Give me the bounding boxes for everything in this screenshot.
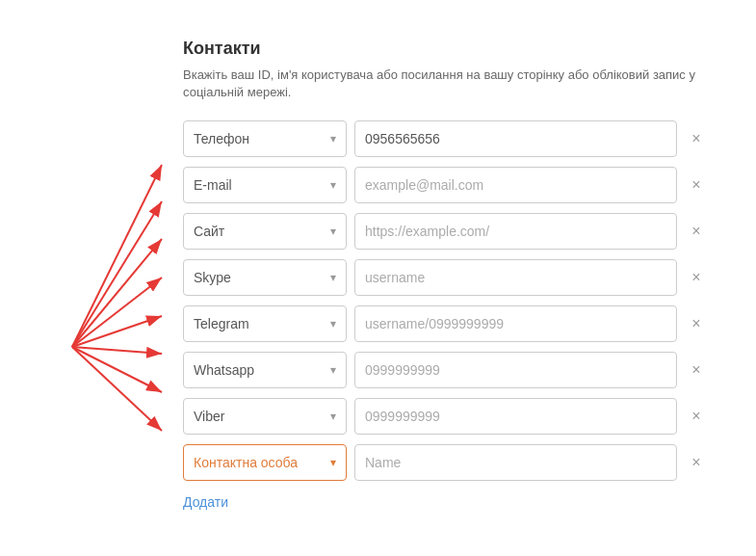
page-wrapper: Контакти Вкажіть ваш ID, ім'я користувач… xyxy=(19,19,737,556)
contact-type-select[interactable]: Телефон▾ xyxy=(183,120,347,157)
contact-row: Телефон▾× xyxy=(183,120,708,157)
contact-value-input[interactable] xyxy=(354,352,677,388)
contacts-container: Телефон▾×E-mail▾×Сайт▾×Skype▾×Telegram▾×… xyxy=(183,120,708,481)
contact-value-input[interactable] xyxy=(354,259,677,296)
section-desc: Вкажіть ваш ID, ім'я користувача або пос… xyxy=(183,66,708,101)
contact-value-input[interactable] xyxy=(354,213,677,250)
contact-row: Skype▾× xyxy=(183,259,708,296)
contact-row: E-mail▾× xyxy=(183,167,708,203)
contact-type-label: Телефон xyxy=(194,131,249,146)
contact-row: Сайт▾× xyxy=(183,213,708,250)
contact-value-input[interactable] xyxy=(354,444,677,481)
remove-contact-button[interactable]: × xyxy=(685,451,708,474)
chevron-down-icon: ▾ xyxy=(330,410,336,423)
chevron-down-icon: ▾ xyxy=(330,225,336,238)
contact-type-label: Skype xyxy=(194,270,231,285)
contact-type-select[interactable]: Сайт▾ xyxy=(183,213,347,250)
contact-type-label: Telegram xyxy=(194,316,249,331)
contact-row: Контактна особа▾× xyxy=(183,444,708,481)
contact-row: Viber▾× xyxy=(183,398,708,435)
remove-contact-button[interactable]: × xyxy=(685,220,708,243)
add-link[interactable]: Додати xyxy=(183,494,228,510)
contact-type-label: E-mail xyxy=(194,177,232,193)
contact-type-label: Контактна особа xyxy=(194,455,298,470)
remove-contact-button[interactable]: × xyxy=(685,173,708,197)
section-title: Контакти xyxy=(183,39,708,59)
remove-contact-button[interactable]: × xyxy=(685,266,708,289)
contact-type-select[interactable]: Whatsapp▾ xyxy=(183,352,347,388)
contact-row: Whatsapp▾× xyxy=(183,352,708,388)
chevron-down-icon: ▾ xyxy=(330,317,336,331)
svg-line-7 xyxy=(72,347,162,392)
svg-line-2 xyxy=(72,201,162,347)
contact-type-select[interactable]: E-mail▾ xyxy=(183,167,347,203)
chevron-down-icon: ▾ xyxy=(330,363,336,377)
contact-type-label: Whatsapp xyxy=(194,362,254,378)
contact-type-select[interactable]: Контактна особа▾ xyxy=(183,444,347,481)
remove-contact-button[interactable]: × xyxy=(685,312,708,335)
chevron-down-icon: ▾ xyxy=(330,271,336,284)
remove-contact-button[interactable]: × xyxy=(685,127,708,150)
contact-type-select[interactable]: Skype▾ xyxy=(183,259,347,296)
remove-contact-button[interactable]: × xyxy=(685,405,708,428)
chevron-down-icon: ▾ xyxy=(330,456,336,469)
arrows-svg xyxy=(19,19,173,556)
contact-type-label: Viber xyxy=(194,409,224,424)
contact-value-input[interactable] xyxy=(354,398,677,435)
contact-value-input[interactable] xyxy=(354,120,677,157)
contact-value-input[interactable] xyxy=(354,305,677,342)
svg-line-8 xyxy=(72,347,162,431)
arrows-area xyxy=(19,19,173,556)
svg-line-4 xyxy=(72,278,162,347)
contact-row: Telegram▾× xyxy=(183,305,708,342)
contact-type-label: Сайт xyxy=(194,224,224,239)
contact-type-select[interactable]: Viber▾ xyxy=(183,398,347,435)
chevron-down-icon: ▾ xyxy=(330,132,336,146)
chevron-down-icon: ▾ xyxy=(330,178,336,192)
content-area: Контакти Вкажіть ваш ID, ім'я користувач… xyxy=(173,19,737,556)
contact-type-select[interactable]: Telegram▾ xyxy=(183,305,347,342)
contact-value-input[interactable] xyxy=(354,167,677,203)
remove-contact-button[interactable]: × xyxy=(685,358,708,382)
